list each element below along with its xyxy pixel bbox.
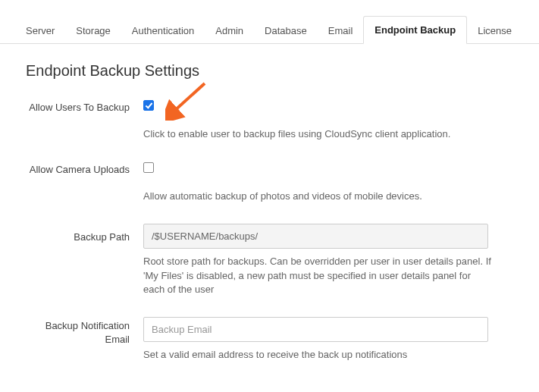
row-camera-uploads: Allow Camera Uploads Allow automatic bac…: [26, 151, 513, 213]
tab-authentication[interactable]: Authentication: [121, 17, 205, 44]
checkbox-camera-uploads[interactable]: [143, 162, 154, 173]
label-allow-backup: Allow Users To Backup: [26, 99, 143, 114]
tab-bar: Server Storage Authentication Admin Data…: [0, 0, 539, 44]
label-camera-uploads: Allow Camera Uploads: [26, 162, 143, 177]
label-notif-email: Backup Notification Email: [26, 317, 143, 346]
tab-admin[interactable]: Admin: [205, 17, 254, 44]
input-backup-path[interactable]: [143, 224, 488, 249]
checkbox-allow-backup[interactable]: [143, 100, 154, 111]
tab-email[interactable]: Email: [318, 17, 364, 44]
tab-endpoint-backup[interactable]: Endpoint Backup: [363, 16, 467, 44]
desc-notif-email: Set a valid email address to receive the…: [143, 342, 492, 362]
desc-camera-uploads: Allow automatic backup of photos and vid…: [143, 174, 492, 204]
desc-allow-backup: Click to enable user to backup files usi…: [143, 112, 492, 142]
row-allow-backup: Allow Users To Backup Click to enable us…: [26, 89, 513, 151]
tab-storage[interactable]: Storage: [65, 17, 121, 44]
desc-backup-path: Root store path for backups. Can be over…: [143, 249, 492, 298]
tab-license[interactable]: License: [467, 17, 522, 44]
tab-database[interactable]: Database: [254, 17, 318, 44]
row-backup-path: Backup Path Root store path for backups.…: [26, 213, 513, 307]
page-title: Endpoint Backup Settings: [0, 44, 539, 83]
row-notif-email: Backup Notification Email Set a valid em…: [26, 306, 513, 372]
label-backup-path: Backup Path: [26, 224, 143, 244]
settings-form: Allow Users To Backup Click to enable us…: [0, 83, 539, 372]
input-notif-email[interactable]: [143, 317, 488, 342]
tab-server[interactable]: Server: [15, 17, 65, 44]
